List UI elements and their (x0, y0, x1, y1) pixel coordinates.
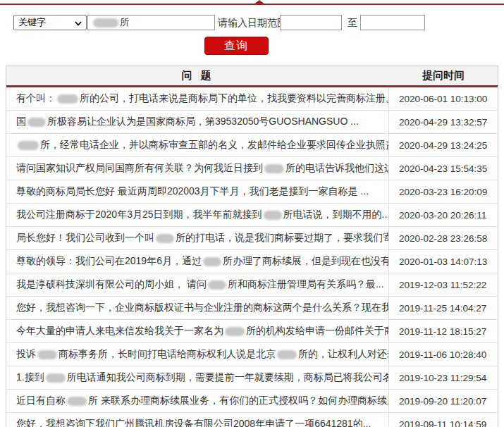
question-time: 2020-06-01 10:13:00 (389, 87, 498, 110)
redacted-blur (264, 164, 284, 173)
redacted-blur (67, 397, 87, 406)
table-row[interactable]: 1.接到所电话通知我公司商标到期，需要提前一年就要续期，商标局已将我公司名单..… (6, 366, 498, 390)
keyword-input-text: 所 (120, 16, 129, 29)
date-from-input[interactable] (280, 15, 342, 30)
table-row[interactable]: 近日有自称 所 来联系办理商标续展业务，有你们的正式授权吗？如何办理商标续展..… (6, 390, 498, 413)
table-row[interactable]: 局长您好！我们公司收到一个叫所的打电话，说是我们商标要过期了，要求我们寄资料..… (6, 227, 498, 250)
question-time: 2019-11-12 18:15:27 (389, 320, 498, 342)
table-body: 有个叫：所的公司，打电话来说是商标局下的单位，找我要资料以完善商标注册。但我..… (6, 87, 498, 427)
redacted-blur (27, 118, 46, 127)
table-row[interactable]: 我是淳硕科技深圳有限公司的周小姐， 请问所和商标注册管理局有关系吗？最...20… (6, 273, 498, 297)
redacted-blur (37, 350, 57, 359)
redacted-blur (203, 257, 221, 266)
question-cell[interactable]: 尊敬的领导：我们公司在2019年6月，通过所办理了商标续展，但是到现在也没有..… (6, 250, 389, 273)
question-cell[interactable]: 我公司注册商标于2020年3月25日到期，我半年前就接到所电话说，到期不用的..… (6, 204, 389, 226)
to-label: 至 (348, 17, 357, 30)
question-cell[interactable]: 有个叫：所的公司，打电话来说是商标局下的单位，找我要资料以完善商标注册。但我..… (6, 87, 389, 110)
keyword-input[interactable]: 所 (87, 15, 215, 30)
table-row[interactable]: 请问国家知识产权局同国商所有何关联？为何我近日接到所的电话告诉我他们这边是知..… (6, 157, 498, 180)
table-row[interactable]: 尊敬的商标局局长您好 最近两周即202003月下半月，我们老是接到一家自称是 .… (6, 180, 498, 204)
question-time: 2019-09-11 10:14:59 (389, 413, 498, 427)
question-time: 2020-03-23 16:20:09 (389, 180, 498, 203)
table-row[interactable]: 今年大量的申请人来电来信发给我关于一家名为所的机构发给申请一份邮件关于商标续..… (6, 320, 498, 343)
redacted-blur (57, 94, 78, 104)
redacted-blur (46, 373, 66, 383)
table-row[interactable]: 有个叫：所的公司，打电话来说是商标局下的单位，找我要资料以完善商标注册。但我..… (6, 87, 498, 111)
question-time: 2020-01-03 14:07:13 (389, 250, 498, 273)
chevron-down-icon (75, 18, 82, 28)
question-cell[interactable]: 局长您好！我们公司收到一个叫所的打电话，说是我们商标要过期了，要求我们寄资料..… (6, 227, 389, 249)
question-time: 2020-02-28 23:26:58 (389, 227, 498, 249)
question-time: 2019-11-25 14:04:27 (389, 297, 498, 319)
question-cell[interactable]: 您好，我想咨询下我们广州腾讯机房设备有限公司2008年申请了一项6641281的… (6, 413, 389, 427)
date-range-label: 请输入日期范围 (218, 17, 287, 30)
redacted-blur (208, 280, 226, 290)
redacted-blur (225, 327, 245, 336)
keyword-select-value: 关键字 (18, 16, 46, 29)
search-button[interactable]: 查询 (204, 37, 269, 55)
questions-table: 问 题 提问时间 有个叫：所的公司，打电话来说是商标局下的单位，找我要资料以完善… (6, 66, 498, 427)
question-cell[interactable]: 今年大量的申请人来电来信发给我关于一家名为所的机构发给申请一份邮件关于商标续..… (6, 320, 389, 342)
question-cell[interactable]: 我是淳硕科技深圳有限公司的周小姐， 请问所和商标注册管理局有关系吗？最... (6, 273, 389, 296)
table-header: 问 题 提问时间 (6, 66, 498, 87)
redacted-blur (277, 350, 297, 359)
table-row[interactable]: 投诉商标事务所，长时间打电话给商标权利人说是北京所的，让权利人对还未到续...2… (6, 343, 498, 366)
question-cell[interactable]: 近日有自称 所 来联系办理商标续展业务，有你们的正式授权吗？如何办理商标续展..… (6, 390, 389, 412)
time-column-header: 提问时间 (389, 66, 498, 85)
question-time: 2020-04-23 15:54:35 (389, 157, 498, 180)
search-form: 关键字 所 请输入日期范围 至 查询 (0, 0, 504, 63)
table-row[interactable]: 国所极容易让企业认为是国家商标局，第39532050号GUOSHANGSUO .… (6, 111, 498, 134)
question-cell[interactable]: 请问国家知识产权局同国商所有何关联？为何我近日接到所的电话告诉我他们这边是知..… (6, 157, 389, 180)
table-row[interactable]: 您好，我想咨询一下，企业商标版权证书与企业注册的商标这两个是什么关系？现在我企业… (6, 297, 498, 320)
question-cell[interactable]: 国所极容易让企业认为是国家商标局，第39532050号GUOSHANGSUO .… (6, 111, 389, 133)
redacted-blur (156, 234, 174, 243)
redacted-blur (93, 18, 118, 27)
question-time: 2019-09-20 11:20:07 (389, 390, 498, 412)
question-cell[interactable]: 投诉商标事务所，长时间打电话给商标权利人说是北京所的，让权利人对还未到续... (6, 343, 389, 366)
table-row[interactable]: 我公司注册商标于2020年3月25日到期，我半年前就接到所电话说，到期不用的..… (6, 204, 498, 227)
question-time: 2019-10-23 11:29:54 (389, 366, 498, 389)
question-time: 2019-11-06 10:28:40 (389, 343, 498, 366)
date-to-input[interactable] (360, 15, 425, 30)
question-cell[interactable]: 您好，我想咨询一下，企业商标版权证书与企业注册的商标这两个是什么关系？现在我企业… (6, 297, 389, 319)
table-row[interactable]: 尊敬的领导：我们公司在2019年6月，通过所办理了商标续展，但是到现在也没有..… (6, 250, 498, 273)
question-cell[interactable]: 尊敬的商标局局长您好 最近两周即202003月下半月，我们老是接到一家自称是 .… (6, 180, 389, 203)
redacted-blur (264, 211, 282, 220)
question-time: 2020-04-29 13:24:25 (389, 134, 498, 156)
question-time: 2020-04-29 13:32:57 (389, 111, 498, 133)
question-column-header: 问 题 (6, 66, 389, 85)
question-time: 2019-12-03 11:52:22 (389, 273, 498, 296)
redacted-blur (18, 141, 39, 150)
question-cell[interactable]: 所，经常电话企业，并以商标审查五部的名义，发邮件给企业要求回传企业执照盖章扫..… (6, 134, 389, 156)
keyword-select[interactable]: 关键字 (13, 15, 87, 30)
question-cell[interactable]: 1.接到所电话通知我公司商标到期，需要提前一年就要续期，商标局已将我公司名单..… (6, 366, 389, 389)
table-row[interactable]: 所，经常电话企业，并以商标审查五部的名义，发邮件给企业要求回传企业执照盖章扫..… (6, 134, 498, 157)
question-time: 2020-03-20 20:26:11 (389, 204, 498, 226)
table-row[interactable]: 您好，我想咨询下我们广州腾讯机房设备有限公司2008年申请了一项6641281的… (6, 413, 498, 427)
